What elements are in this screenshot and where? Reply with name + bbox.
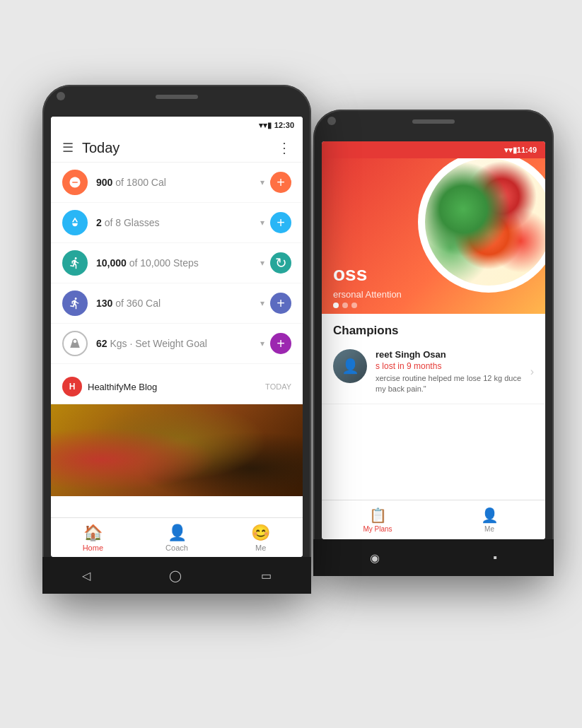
phone1-nav-bar: ◁ ◯ ▭ bbox=[42, 557, 311, 594]
phone1-page-title: Today bbox=[82, 140, 277, 156]
exercise-icon bbox=[62, 290, 88, 316]
exercise-value: 130 bbox=[96, 298, 112, 309]
phone2-myplans-icon: 📋 bbox=[369, 507, 387, 524]
phone2-champions-title: Champions bbox=[322, 314, 545, 344]
phone2-tab-me[interactable]: 👤 Me bbox=[433, 500, 545, 539]
phone2-food-image bbox=[418, 158, 545, 293]
phone2-me-label: Me bbox=[484, 525, 494, 533]
phone1-tracker-list: 900 of 1800 Cal ▾ + 2 of 8 Glasses ▾ bbox=[51, 163, 303, 364]
phone2-chevron-icon: › bbox=[530, 365, 534, 378]
phone1-tab-bar: 🏠 Home 👤 Coach 😊 Me bbox=[51, 517, 303, 557]
phone1-app-header: ☰ Today ⋮ bbox=[51, 134, 303, 163]
tracker-item-exercise[interactable]: 130 of 360 Cal ▾ + bbox=[51, 283, 303, 324]
blog-name: HealthifyMe Blog bbox=[88, 382, 265, 392]
phone2-champion-quote: xercise routine helped me lose 12 kg duc… bbox=[376, 373, 530, 395]
phone2-nav-home-btn[interactable]: ◉ bbox=[370, 551, 380, 565]
phone2-nav-bar: ◉ ▪ bbox=[313, 539, 554, 576]
blog-logo-text: H bbox=[69, 382, 76, 392]
phone2-nav-square-btn[interactable]: ▪ bbox=[493, 551, 497, 564]
weight-text: 62 Kgs · Set Weight Goal bbox=[96, 338, 255, 349]
water-text: 2 of 8 Glasses bbox=[96, 217, 255, 228]
phone2-champion-avatar: 👤 bbox=[333, 349, 367, 383]
phone1-menu-icon[interactable]: ☰ bbox=[62, 140, 74, 155]
phone2-speaker bbox=[412, 119, 455, 124]
phone2-champion-info: reet Singh Osan s lost in 9 months xerci… bbox=[376, 349, 530, 395]
tab-coach[interactable]: 👤 Coach bbox=[135, 524, 219, 552]
phone2-camera bbox=[327, 117, 336, 125]
blog-image[interactable] bbox=[51, 404, 303, 496]
me-tab-icon: 😊 bbox=[251, 524, 270, 542]
phone2-myplans-label: My Plans bbox=[363, 525, 392, 533]
calories-add-button[interactable]: + bbox=[270, 172, 291, 193]
exercise-goal: of 360 Cal bbox=[115, 298, 161, 309]
phone1-speaker bbox=[156, 95, 198, 99]
phone2-hero: oss ersonal Attention bbox=[322, 158, 545, 314]
water-value: 2 bbox=[96, 217, 102, 228]
phone2-champion-stat: s lost in 9 months bbox=[376, 361, 530, 371]
phone2-dot-3 bbox=[351, 303, 357, 308]
weight-value: 62 bbox=[96, 338, 107, 349]
weight-icon bbox=[62, 331, 88, 356]
phone1-nav-home-btn[interactable]: ◯ bbox=[169, 569, 182, 582]
steps-text: 10,000 of 10,000 Steps bbox=[96, 257, 255, 269]
calories-text: 900 of 1800 Cal bbox=[96, 177, 255, 188]
coach-tab-icon: 👤 bbox=[168, 524, 187, 542]
phone1-time: 12:30 bbox=[274, 121, 294, 129]
steps-icon bbox=[62, 250, 88, 276]
blog-logo: H bbox=[62, 377, 82, 397]
phone1: ▾▾▮ 12:30 ☰ Today ⋮ 900 of 1800 Ca bbox=[42, 85, 311, 594]
steps-add-button[interactable]: ↻ bbox=[270, 252, 291, 274]
phone2-dot-1 bbox=[333, 303, 339, 308]
phone2-time: 11:49 bbox=[517, 146, 537, 154]
phone1-blog-section: H HealthifyMe Blog TODAY bbox=[51, 370, 303, 496]
phone2-champions-section: Champions 👤 reet Singh Osan s lost in 9 … bbox=[322, 314, 545, 404]
phone2-dot-2 bbox=[342, 303, 348, 308]
calories-dropdown-icon[interactable]: ▾ bbox=[260, 177, 264, 187]
phone2-tab-myplans[interactable]: 📋 My Plans bbox=[322, 500, 433, 539]
phone1-camera bbox=[57, 92, 65, 100]
phone1-status-bar: ▾▾▮ 12:30 bbox=[51, 117, 303, 134]
phone2-status-bar: ▾▾▮ 11:49 bbox=[322, 141, 545, 158]
calories-goal: of 1800 Cal bbox=[115, 177, 166, 188]
scene: ▾▾▮ 11:49 oss ersonal Attention Champion… bbox=[0, 0, 582, 728]
tracker-item-steps[interactable]: 10,000 of 10,000 Steps ▾ ↻ bbox=[51, 243, 303, 283]
me-tab-label: Me bbox=[255, 544, 266, 552]
tab-me[interactable]: 😊 Me bbox=[219, 524, 303, 552]
weight-dropdown-icon[interactable]: ▾ bbox=[260, 339, 264, 348]
weight-goal: Kgs · Set Weight Goal bbox=[110, 338, 206, 349]
home-tab-label: Home bbox=[83, 544, 103, 552]
tab-home[interactable]: 🏠 Home bbox=[51, 524, 135, 552]
phone2-hero-title: oss bbox=[333, 263, 367, 286]
water-goal: of 8 Glasses bbox=[105, 217, 160, 228]
phone2-carousel-dots bbox=[333, 303, 357, 308]
home-tab-icon: 🏠 bbox=[83, 524, 103, 542]
exercise-text: 130 of 360 Cal bbox=[96, 298, 255, 309]
phone1-more-icon[interactable]: ⋮ bbox=[277, 139, 291, 156]
calories-value: 900 bbox=[96, 177, 112, 188]
tracker-item-calories[interactable]: 900 of 1800 Cal ▾ + bbox=[51, 163, 303, 203]
phone1-nav-recents-btn[interactable]: ▭ bbox=[261, 569, 272, 582]
blog-image-visual bbox=[51, 404, 303, 496]
tracker-item-weight[interactable]: 62 Kgs · Set Weight Goal ▾ + bbox=[51, 324, 303, 364]
phone1-nav-back-btn[interactable]: ◁ bbox=[82, 569, 91, 582]
phone1-screen: ▾▾▮ 12:30 ☰ Today ⋮ 900 of 1800 Ca bbox=[51, 117, 303, 557]
tracker-item-water[interactable]: 2 of 8 Glasses ▾ + bbox=[51, 203, 303, 243]
blog-date: TODAY bbox=[265, 382, 291, 391]
water-icon bbox=[62, 210, 88, 235]
phone2-tab-bar: 📋 My Plans 👤 Me bbox=[322, 500, 545, 539]
phone2-screen: ▾▾▮ 11:49 oss ersonal Attention Champion… bbox=[322, 141, 545, 539]
blog-header: H HealthifyMe Blog TODAY bbox=[51, 370, 303, 404]
phone2-hero-subtitle: ersonal Attention bbox=[333, 289, 402, 300]
steps-dropdown-icon[interactable]: ▾ bbox=[260, 258, 264, 268]
water-dropdown-icon[interactable]: ▾ bbox=[260, 218, 264, 228]
water-add-button[interactable]: + bbox=[270, 212, 291, 233]
phone2-food-bowl bbox=[425, 158, 545, 286]
exercise-dropdown-icon[interactable]: ▾ bbox=[260, 298, 264, 308]
steps-goal: of 10,000 Steps bbox=[129, 257, 199, 269]
steps-value: 10,000 bbox=[96, 257, 127, 269]
exercise-add-button[interactable]: + bbox=[270, 293, 291, 314]
phone2: ▾▾▮ 11:49 oss ersonal Attention Champion… bbox=[313, 110, 554, 576]
phone2-champion-card[interactable]: 👤 reet Singh Osan s lost in 9 months xer… bbox=[322, 344, 545, 404]
weight-add-button[interactable]: + bbox=[270, 333, 291, 354]
phone2-champion-name: reet Singh Osan bbox=[376, 349, 530, 360]
